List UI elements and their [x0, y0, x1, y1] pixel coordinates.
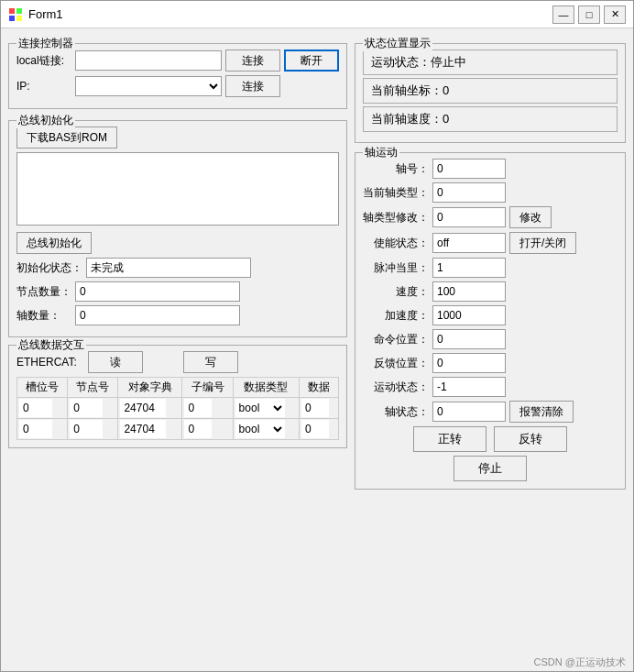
- current-axis-type-label: 当前轴类型：: [363, 185, 429, 201]
- init-status-row: 初始化状态：: [16, 258, 339, 278]
- pulse-row: 脉冲当里：: [363, 258, 618, 278]
- cell-node: [68, 398, 118, 419]
- axis-type-modify-input[interactable]: [432, 207, 506, 227]
- connect-group-label: 连接控制器: [16, 36, 75, 51]
- col-sub: 子编号: [182, 378, 233, 398]
- cell-dict: [118, 419, 182, 440]
- cell-slot: [17, 419, 68, 440]
- sub-input[interactable]: [184, 399, 212, 417]
- slot-input[interactable]: [19, 420, 52, 438]
- enable-status-row: 使能状态： 打开/关闭: [363, 232, 618, 254]
- pulse-label: 脉冲当里：: [363, 260, 429, 276]
- feedback-pos-row: 反馈位置：: [363, 353, 618, 373]
- minimize-button[interactable]: —: [552, 6, 574, 24]
- status-group-label: 状态位置显示: [363, 36, 432, 51]
- node-input[interactable]: [70, 420, 103, 438]
- ip-select[interactable]: [75, 76, 222, 96]
- current-speed-display: 当前轴速度：0: [363, 106, 618, 132]
- axis-type-modify-label: 轴类型修改：: [363, 210, 429, 226]
- local-label: local链接:: [16, 53, 71, 69]
- alarm-clear-button[interactable]: 报警清除: [509, 401, 574, 423]
- disconnect-button[interactable]: 断开: [284, 50, 339, 72]
- cell-data: [300, 419, 339, 440]
- enable-status-label: 使能状态：: [363, 236, 429, 251]
- bus-init-btn-row: 总线初始化: [16, 232, 339, 254]
- bus-log-area[interactable]: [16, 152, 339, 226]
- axis-state-input[interactable]: [432, 402, 506, 422]
- reverse-button[interactable]: 反转: [494, 426, 567, 452]
- axis-type-modify-row: 轴类型修改： 修改: [363, 206, 618, 228]
- cell-sub: [182, 398, 233, 419]
- motion-state-label: 运动状态：: [363, 380, 429, 395]
- pulse-input[interactable]: [432, 258, 506, 278]
- feedback-pos-input[interactable]: [432, 353, 506, 373]
- bus-init-group: 总线初始化 下载BAS到ROM 总线初始化 初始化状态： 节点数量： 轴数量: [8, 120, 347, 337]
- forward-reverse-buttons: 正转 反转: [363, 426, 618, 452]
- axis-count-input[interactable]: [75, 305, 240, 325]
- init-status-label: 初始化状态：: [16, 260, 82, 276]
- modify-button[interactable]: 修改: [509, 206, 552, 228]
- data-input[interactable]: [301, 420, 329, 438]
- motion-state-input[interactable]: [432, 377, 506, 397]
- cell-type: bool int16 int32: [233, 419, 299, 440]
- download-button[interactable]: 下载BAS到ROM: [16, 127, 117, 149]
- maximize-button[interactable]: □: [578, 6, 600, 24]
- sub-input[interactable]: [184, 420, 212, 438]
- axis-state-label: 轴状态：: [363, 404, 429, 420]
- svg-rect-2: [9, 16, 15, 21]
- col-type: 数据类型: [233, 378, 299, 398]
- forward-button[interactable]: 正转: [413, 426, 486, 452]
- col-node: 节点号: [68, 378, 118, 398]
- table-row: bool int16 int32: [17, 419, 339, 440]
- speed-row: 速度：: [363, 281, 618, 302]
- close-button[interactable]: ✕: [604, 6, 626, 24]
- cell-dict: [118, 398, 182, 419]
- init-status-input[interactable]: [86, 258, 251, 278]
- local-input[interactable]: [75, 50, 222, 71]
- axis-num-input[interactable]: [432, 159, 506, 179]
- left-panel: 连接控制器 local链接: 连接 断开 IP: 连接 总线初始化: [8, 36, 347, 646]
- title-bar: Form1 — □ ✕: [1, 1, 633, 28]
- right-panel: 状态位置显示 运动状态：停止中 当前轴坐标：0 当前轴速度：0 轴运动 轴号： …: [355, 36, 626, 646]
- col-dict: 对象字典: [118, 378, 182, 398]
- watermark: CSDN @正运动技术: [1, 654, 633, 671]
- app-icon: [8, 7, 23, 22]
- axis-motion-group-label: 轴运动: [363, 145, 399, 160]
- stop-button[interactable]: 停止: [454, 456, 527, 481]
- axis-num-row: 轴号：: [363, 159, 618, 179]
- node-count-input[interactable]: [75, 281, 240, 302]
- axis-count-label: 轴数量：: [16, 308, 71, 324]
- current-axis-type-input[interactable]: [432, 182, 506, 203]
- type-select[interactable]: bool int16 int32: [235, 420, 285, 438]
- type-select[interactable]: bool int16 int32: [235, 399, 285, 417]
- data-input[interactable]: [301, 399, 329, 417]
- motion-status-display: 运动状态：停止中: [363, 50, 618, 75]
- window-title: Form1: [28, 7, 552, 21]
- local-connect-row: local链接: 连接 断开: [16, 50, 339, 72]
- axis-count-row: 轴数量：: [16, 305, 339, 325]
- dict-input[interactable]: [120, 399, 166, 417]
- cmd-pos-input[interactable]: [432, 329, 506, 349]
- feedback-pos-label: 反馈位置：: [363, 356, 429, 371]
- cmd-pos-row: 命令位置：: [363, 329, 618, 349]
- node-input[interactable]: [70, 399, 103, 417]
- data-exchange-group-label: 总线数据交互: [16, 337, 86, 353]
- speed-input[interactable]: [432, 281, 506, 302]
- motion-state-row: 运动状态：: [363, 377, 618, 397]
- bus-init-button[interactable]: 总线初始化: [16, 232, 92, 254]
- dict-input[interactable]: [120, 420, 166, 438]
- accel-input[interactable]: [432, 305, 506, 325]
- read-button[interactable]: 读: [88, 351, 143, 373]
- enable-status-input[interactable]: [432, 233, 506, 253]
- ip-connect-row: IP: 连接: [16, 75, 339, 97]
- toggle-button[interactable]: 打开/关闭: [509, 232, 576, 254]
- col-data: 数据: [300, 378, 339, 398]
- cell-node: [68, 419, 118, 440]
- ip-connect-button[interactable]: 连接: [225, 75, 280, 97]
- local-connect-button[interactable]: 连接: [225, 50, 280, 72]
- window-controls: — □ ✕: [552, 6, 626, 24]
- slot-input[interactable]: [19, 399, 52, 417]
- speed-label: 速度：: [363, 284, 429, 300]
- write-button[interactable]: 写: [183, 351, 238, 373]
- node-count-row: 节点数量：: [16, 281, 339, 302]
